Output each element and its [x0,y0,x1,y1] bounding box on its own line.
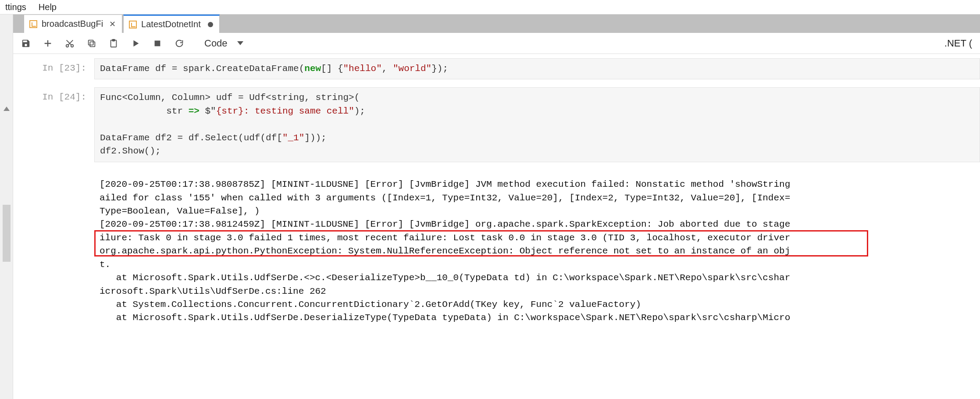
copy-icon[interactable] [87,39,96,48]
output-line: t. [100,260,110,270]
tab-latestdotnetint[interactable]: LatestDotnetInt [123,14,220,33]
output-line: [2020-09-25T00:17:38.9812459Z] [MININT-1… [100,219,790,229]
run-icon[interactable] [131,39,140,48]
output-line: icrosoft.Spark\Utils\UdfSerDe.cs:line 26… [100,286,326,296]
close-icon[interactable]: ✕ [109,19,116,29]
code-input[interactable]: DataFrame df = spark.CreateDataFrame(new… [94,58,980,79]
scroll-up-icon[interactable] [4,107,10,111]
output-line: org.apache.spark.api.python.PythonExcept… [100,246,790,256]
app-window: ttings Help broadcastBugFi ✕ LatestDotne… [0,0,980,399]
cell-body: Func<Column, Column> udf = Udf<string, s… [94,87,980,351]
code-line: DataFrame df2 = df.Select(udf(df[ [100,133,282,143]
paste-icon[interactable] [109,39,118,48]
prompt-label: In [23]: [13,58,94,79]
celltype-dropdown[interactable]: Code [204,38,243,49]
arrow-token: => [189,106,200,116]
cell-24[interactable]: In [24]: Func<Column, Column> udf = Udf<… [13,87,980,351]
cut-icon[interactable] [65,39,75,48]
tab-broadcastbugfi[interactable]: broadcastBugFi ✕ [24,14,122,33]
output-line: ilure: Task 0 in stage 3.0 failed 1 time… [100,233,790,243]
code-line: df2.Show(); [100,146,161,156]
string-token: "_1" [282,133,304,143]
code-line: ); [354,106,365,116]
output-line: at Microsoft.Spark.Utils.UdfSerDe.Deseri… [100,313,790,323]
stop-icon[interactable] [153,39,162,48]
string-token: : testing same cell" [244,106,354,116]
output-line: [2020-09-25T00:17:38.9808785Z] [MININT-1… [100,179,790,189]
code-line: ])); [304,133,326,143]
left-activity-bar [0,14,13,399]
code-line: str [100,106,189,116]
menu-bar: ttings Help [0,0,980,14]
cell-23[interactable]: In [23]: DataFrame df = spark.CreateData… [13,58,980,79]
svg-rect-2 [90,42,95,46]
code-line: Func<Column, Column> udf = Udf<string, s… [100,93,360,103]
notebook-icon [129,21,137,28]
menu-help[interactable]: Help [39,2,57,12]
menu-settings[interactable]: ttings [5,2,26,12]
cell-body: DataFrame df = spark.CreateDataFrame(new… [94,58,980,79]
notebook-icon [29,20,37,28]
notebook-cells: In [23]: DataFrame df = spark.CreateData… [13,54,980,399]
string-token: {str} [216,106,244,116]
tab-label: LatestDotnetInt [141,19,201,29]
add-icon[interactable] [43,39,53,48]
tab-label: broadcastBugFi [42,19,103,29]
cell-output: [2020-09-25T00:17:38.9808785Z] [MININT-1… [94,162,980,352]
output-line: ailed for class '155' when called with 3… [100,193,790,203]
prompt-label: In [24]: [13,87,94,351]
main-area: broadcastBugFi ✕ LatestDotnetInt [0,14,980,399]
code-input[interactable]: Func<Column, Column> udf = Udf<string, s… [94,87,980,162]
restart-icon[interactable] [175,39,184,48]
output-line: at Microsoft.Spark.Utils.UdfSerDe.<>c.<D… [100,273,790,283]
output-line: at System.Collections.Concurrent.Concurr… [100,299,641,310]
chevron-down-icon [237,41,243,45]
notebook-toolbar: Code .NET ( [13,33,980,54]
svg-rect-6 [155,40,160,46]
svg-rect-3 [89,40,93,45]
celltype-label: Code [204,38,228,49]
svg-rect-5 [112,39,115,41]
editor-content: broadcastBugFi ✕ LatestDotnetInt [13,14,980,399]
save-icon[interactable] [21,39,31,48]
dirty-indicator-icon [208,22,213,27]
output-line: Type=Boolean, Value=False], ) [100,206,260,216]
kernel-indicator[interactable]: .NET ( [944,38,972,49]
sidebar-indicator[interactable] [3,205,11,262]
code-line: $" [200,106,216,116]
tab-bar: broadcastBugFi ✕ LatestDotnetInt [13,14,980,33]
